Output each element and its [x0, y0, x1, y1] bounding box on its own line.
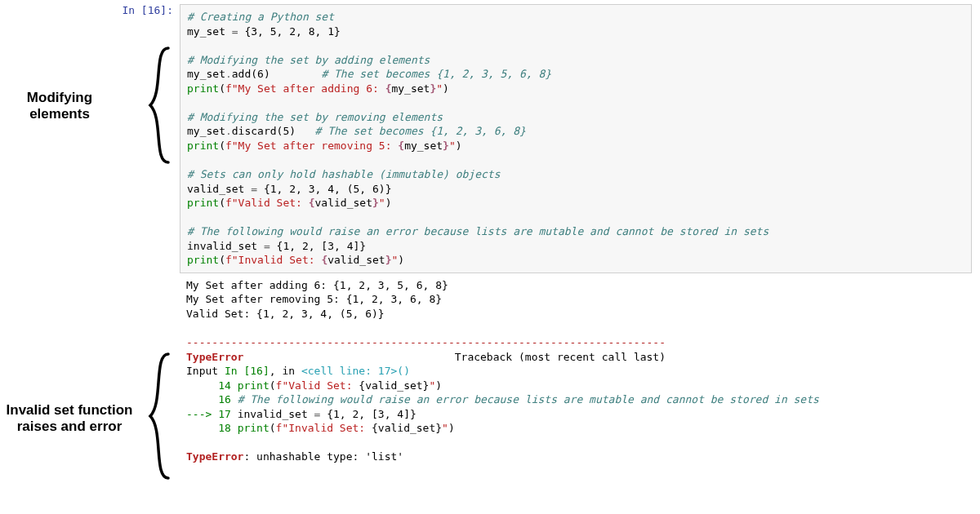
traceback-code: 4	[397, 408, 403, 420]
code-text: ,	[277, 183, 290, 195]
code-op: .	[225, 68, 232, 80]
code-text: )}	[379, 183, 392, 195]
code-text: , (	[334, 183, 353, 195]
code-text: (	[251, 68, 257, 80]
code-text: ,	[315, 183, 328, 195]
code-text: {	[270, 240, 283, 252]
code-text: )	[385, 197, 392, 209]
traceback-code: 3	[378, 408, 385, 420]
code-text: ,	[289, 240, 302, 252]
traceback-text: , in	[270, 365, 301, 377]
traceback-text: : unhashable type: 'list'	[243, 450, 403, 463]
code-builtin: print	[187, 254, 219, 266]
traceback-code: invalid_set	[238, 408, 314, 420]
code-text: ,	[296, 25, 309, 38]
traceback-code: 1	[333, 408, 340, 420]
notebook-cell: In [16]: # Creating a Python set my_set …	[114, 4, 972, 464]
code-num: 4	[347, 240, 354, 252]
code-str: f	[225, 140, 232, 152]
code-comment: # The set becomes {1, 2, 3, 5, 6, 8}	[321, 68, 551, 80]
code-str: "Valid Set:	[232, 197, 309, 209]
output-line: My Set after removing 5: {1, 2, 3, 6, 8}	[186, 293, 442, 305]
traceback-arrow: --->	[186, 408, 218, 420]
traceback-code: "	[442, 422, 448, 434]
code-str: "Invalid Set:	[232, 254, 322, 266]
code-text: (	[219, 140, 225, 152]
code-builtin: print	[187, 82, 219, 95]
code-text: ,	[315, 25, 328, 38]
traceback-code: ]}	[403, 408, 416, 420]
code-text: my_set	[187, 68, 225, 80]
traceback-lineno: 17	[218, 408, 237, 420]
code-num: 5	[270, 25, 277, 38]
code-num: 8	[309, 25, 315, 38]
code-op: .	[225, 125, 232, 137]
code-input[interactable]: # Creating a Python set my_set = {3, 5, …	[180, 4, 972, 273]
traceback-in: In [16]	[225, 365, 270, 377]
output-line: My Set after adding 6: {1, 2, 3, 5, 6, 8…	[186, 279, 448, 291]
code-comment: # The set becomes {1, 2, 3, 6, 8}	[315, 125, 526, 137]
traceback-loc: <cell line: 17>	[301, 365, 397, 377]
traceback-code: (	[270, 422, 276, 434]
code-strint: {	[398, 140, 404, 152]
code-comment: # Creating a Python set	[187, 11, 334, 23]
code-num: 6	[372, 183, 379, 195]
code-builtin: print	[187, 197, 219, 209]
code-text: add	[232, 68, 251, 80]
code-text: )	[398, 254, 404, 266]
traceback-loc: ()	[397, 365, 410, 377]
code-text: valid_set	[187, 183, 251, 195]
traceback-code: {	[320, 408, 333, 420]
code-str: f	[225, 254, 232, 266]
traceback-code: f"Invalid Set:	[276, 422, 372, 434]
code-text: , [	[309, 240, 327, 252]
traceback-code: )	[448, 422, 455, 434]
traceback-code: f"Valid Set:	[276, 379, 359, 392]
code-text: my_set	[187, 25, 232, 38]
code-text: ]}	[354, 240, 367, 252]
code-comment: # Sets can only hold hashable (immutable…	[187, 168, 501, 180]
code-output: My Set after adding 6: {1, 2, 3, 5, 6, 8…	[180, 273, 972, 464]
code-text: ,	[334, 240, 347, 252]
traceback-lineno: 16	[186, 393, 238, 405]
traceback-error: TypeError	[186, 450, 243, 463]
code-text: )	[264, 68, 321, 80]
code-comment: # Modifying the set by removing elements	[187, 111, 443, 123]
code-text: )	[456, 140, 462, 152]
code-text: ,	[277, 25, 290, 38]
code-text: discard	[232, 125, 277, 137]
code-text: my_set	[391, 82, 430, 95]
traceback-text: Traceback (most recent call last)	[243, 351, 666, 363]
output-line: Valid Set: {1, 2, 3, 4, (5, 6)}	[186, 308, 385, 320]
code-text: (	[219, 197, 225, 209]
code-text: valid_set	[327, 254, 385, 266]
code-strint: {	[309, 197, 315, 209]
traceback-error: TypeError	[186, 351, 243, 363]
code-str: "	[379, 197, 385, 209]
traceback-code: ,	[385, 408, 398, 420]
code-str: f	[225, 82, 232, 95]
code-comment: # The following would raise an error bec…	[187, 225, 768, 237]
code-text: {	[238, 25, 252, 38]
code-text: }	[334, 25, 341, 38]
code-num: 1	[327, 25, 334, 38]
code-comment: # Modifying the set by adding elements	[187, 54, 430, 66]
traceback-code: , [	[359, 408, 377, 420]
code-num: 3	[327, 240, 334, 252]
code-num: 2	[302, 240, 309, 252]
code-text: invalid_set	[187, 240, 264, 252]
code-str: f	[225, 197, 232, 209]
annotation-modifying: Modifying elements	[7, 90, 113, 123]
code-num: 3	[251, 25, 257, 38]
code-op: =	[232, 25, 238, 38]
input-prompt: In [16]:	[114, 4, 173, 16]
code-text: ,	[296, 183, 309, 195]
code-text: ,	[359, 183, 372, 195]
code-num: 4	[327, 183, 334, 195]
code-op: =	[251, 183, 257, 195]
code-strint: }	[372, 197, 379, 209]
traceback-comment: # The following would raise an error bec…	[238, 393, 819, 405]
code-str: "	[436, 82, 443, 95]
code-text: )	[289, 125, 314, 137]
traceback-code: ,	[340, 408, 353, 420]
